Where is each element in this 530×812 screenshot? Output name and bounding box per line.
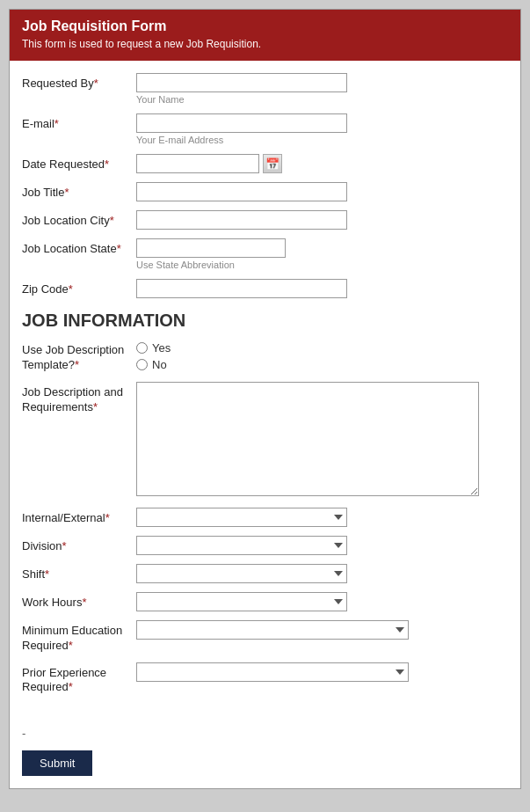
work-hours-row: Work Hours* bbox=[22, 592, 503, 611]
division-wrap bbox=[136, 536, 503, 555]
required-star: * bbox=[69, 680, 73, 693]
min-education-select[interactable] bbox=[136, 620, 409, 640]
date-requested-label: Date Requested* bbox=[22, 154, 136, 172]
use-template-radio-group: Yes No bbox=[136, 340, 503, 371]
job-title-input[interactable] bbox=[136, 182, 347, 201]
job-description-wrap bbox=[136, 382, 503, 499]
division-row: Division* bbox=[22, 536, 503, 555]
requested-by-placeholder: Your Name bbox=[136, 94, 503, 105]
date-requested-wrap: 📅 bbox=[136, 154, 503, 173]
shift-select[interactable] bbox=[136, 564, 347, 583]
date-requested-row: Date Requested* 📅 bbox=[22, 154, 503, 173]
required-star: * bbox=[110, 214, 114, 227]
prior-experience-wrap bbox=[136, 662, 503, 682]
internal-external-select[interactable] bbox=[136, 508, 347, 527]
required-star: * bbox=[45, 567, 49, 581]
required-star: * bbox=[54, 117, 59, 130]
job-location-city-label: Job Location City* bbox=[22, 210, 136, 229]
job-location-state-input[interactable] bbox=[136, 238, 286, 258]
email-placeholder: Your E-mail Address bbox=[136, 135, 503, 145]
internal-external-wrap bbox=[136, 508, 503, 527]
required-star: * bbox=[69, 282, 73, 296]
required-star: * bbox=[75, 358, 79, 371]
email-wrap: Your E-mail Address bbox=[136, 113, 503, 145]
job-location-city-input[interactable] bbox=[136, 210, 347, 230]
required-star: * bbox=[93, 400, 98, 413]
email-label: E-mail* bbox=[22, 113, 136, 132]
required-star: * bbox=[69, 639, 73, 652]
email-input[interactable] bbox=[136, 113, 347, 133]
min-education-label: Minimum Education Required* bbox=[22, 620, 136, 654]
required-star: * bbox=[62, 539, 67, 552]
requested-by-row: Requested By* Your Name bbox=[22, 73, 503, 105]
required-star: * bbox=[82, 596, 86, 609]
footer-dash: - bbox=[22, 727, 508, 740]
date-field-wrap: 📅 bbox=[136, 154, 503, 173]
use-template-row: Use Job Description Template?* Yes No bbox=[22, 340, 503, 373]
form-title: Job Requisition Form bbox=[22, 18, 508, 34]
shift-label: Shift* bbox=[22, 564, 136, 582]
division-select[interactable] bbox=[136, 536, 347, 555]
use-template-label: Use Job Description Template?* bbox=[22, 340, 136, 373]
yes-radio-item[interactable]: Yes bbox=[136, 341, 503, 355]
job-location-city-row: Job Location City* bbox=[22, 210, 503, 230]
zip-code-input[interactable] bbox=[136, 279, 347, 298]
shift-wrap bbox=[136, 564, 503, 583]
job-title-label: Job Title* bbox=[22, 182, 136, 201]
job-location-city-wrap bbox=[136, 210, 503, 230]
required-star: * bbox=[117, 242, 121, 255]
job-title-wrap bbox=[136, 182, 503, 201]
form-header: Job Requisition Form This form is used t… bbox=[10, 10, 520, 61]
job-location-state-row: Job Location State* Use State Abbreviati… bbox=[22, 238, 503, 270]
no-radio-item[interactable]: No bbox=[136, 358, 503, 371]
prior-experience-select[interactable] bbox=[136, 662, 409, 682]
email-row: E-mail* Your E-mail Address bbox=[22, 113, 503, 145]
work-hours-wrap bbox=[136, 592, 503, 611]
submit-button[interactable]: Submit bbox=[22, 750, 92, 776]
job-info-heading: JOB INFORMATION bbox=[22, 311, 503, 331]
internal-external-row: Internal/External* bbox=[22, 508, 503, 527]
state-placeholder: Use State Abbreviation bbox=[136, 260, 503, 270]
job-title-row: Job Title* bbox=[22, 182, 503, 201]
required-star: * bbox=[105, 157, 109, 171]
form-subtitle: This form is used to request a new Job R… bbox=[22, 38, 508, 50]
division-label: Division* bbox=[22, 536, 136, 554]
prior-experience-label: Prior Experience Required* bbox=[22, 662, 136, 696]
requested-by-input[interactable] bbox=[136, 73, 347, 92]
zip-code-label: Zip Code* bbox=[22, 279, 136, 297]
job-location-state-label: Job Location State* bbox=[22, 238, 136, 257]
shift-row: Shift* bbox=[22, 564, 503, 583]
prior-experience-row: Prior Experience Required* bbox=[22, 662, 503, 696]
no-label: No bbox=[152, 358, 167, 371]
internal-external-label: Internal/External* bbox=[22, 508, 136, 526]
requested-by-wrap: Your Name bbox=[136, 73, 503, 105]
no-radio[interactable] bbox=[136, 359, 148, 370]
required-star: * bbox=[105, 511, 110, 524]
yes-radio[interactable] bbox=[136, 342, 148, 354]
date-input[interactable] bbox=[136, 154, 259, 173]
job-description-textarea[interactable] bbox=[136, 382, 479, 496]
min-education-wrap bbox=[136, 620, 503, 640]
required-star: * bbox=[64, 186, 69, 199]
job-description-label: Job Description and Requirements* bbox=[22, 382, 136, 415]
required-star: * bbox=[94, 77, 98, 90]
form-body: Requested By* Your Name E-mail* Your E-m… bbox=[10, 61, 520, 718]
requested-by-label: Requested By* bbox=[22, 73, 136, 91]
work-hours-select[interactable] bbox=[136, 592, 347, 611]
zip-code-wrap bbox=[136, 279, 503, 298]
yes-label: Yes bbox=[152, 341, 171, 355]
work-hours-label: Work Hours* bbox=[22, 592, 136, 611]
job-location-state-wrap: Use State Abbreviation bbox=[136, 238, 503, 270]
zip-code-row: Zip Code* bbox=[22, 279, 503, 298]
calendar-icon[interactable]: 📅 bbox=[263, 154, 282, 173]
job-description-row: Job Description and Requirements* bbox=[22, 382, 503, 499]
use-template-wrap: Yes No bbox=[136, 340, 503, 371]
form-footer: - Submit bbox=[10, 727, 520, 788]
min-education-row: Minimum Education Required* bbox=[22, 620, 503, 654]
